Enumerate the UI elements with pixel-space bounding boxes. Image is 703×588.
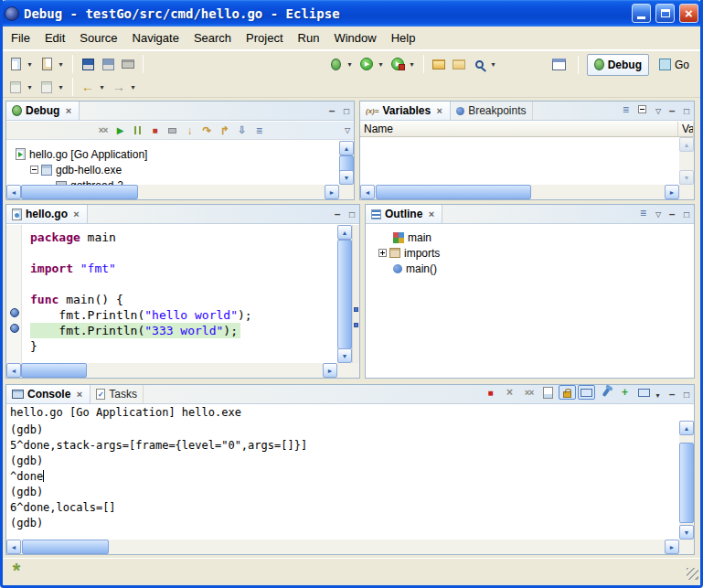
outline-tree[interactable]: main imports main() — [366, 225, 694, 378]
scroll-up-icon[interactable] — [339, 141, 354, 155]
menu-item-help[interactable]: Help — [384, 28, 423, 48]
scroll-right-icon[interactable] — [325, 185, 339, 199]
scroll-lock-icon[interactable] — [559, 385, 576, 400]
terminate-icon[interactable] — [146, 123, 164, 138]
outline-item-package[interactable]: main — [378, 230, 694, 245]
step-over-icon[interactable] — [198, 123, 216, 138]
open-console-icon[interactable] — [635, 385, 653, 400]
scrollbar-thumb[interactable] — [21, 185, 138, 199]
scroll-left-icon[interactable] — [360, 185, 375, 199]
open-perspective-button[interactable] — [551, 55, 568, 75]
close-window-button[interactable] — [679, 4, 698, 23]
code-editor[interactable]: package main import "fmt" func main() { … — [23, 225, 337, 363]
external-tools-dropdown-icon[interactable] — [408, 54, 416, 74]
console-output[interactable]: (gdb) 5^done,stack-args=[frame={level="0… — [6, 421, 679, 540]
new-wizard-button[interactable] — [7, 54, 24, 74]
vertical-scrollbar[interactable] — [339, 141, 354, 185]
scroll-right-icon[interactable] — [665, 185, 679, 199]
scrollbar-thumb[interactable] — [337, 240, 352, 349]
step-into-icon[interactable] — [181, 123, 198, 138]
editor-ruler[interactable] — [6, 225, 22, 363]
show-type-names-icon[interactable] — [617, 102, 634, 117]
scroll-up-icon[interactable] — [337, 225, 352, 240]
open-folder-button[interactable] — [451, 54, 467, 74]
menu-item-search[interactable]: Search — [186, 28, 239, 48]
breakpoint-marker-icon[interactable] — [354, 307, 358, 312]
horizontal-scrollbar[interactable] — [6, 363, 337, 378]
open-console-dropdown-icon[interactable] — [654, 385, 662, 405]
tab-hello-go[interactable]: hello.go — [6, 205, 88, 223]
debug-dropdown-icon[interactable] — [346, 54, 354, 74]
step-return-icon[interactable] — [216, 123, 233, 138]
pin-console-icon[interactable] — [597, 385, 614, 400]
vertical-scrollbar[interactable] — [337, 225, 352, 363]
show-stdout-icon[interactable] — [578, 385, 595, 400]
tab-debug[interactable]: Debug — [6, 102, 80, 120]
scroll-left-icon[interactable] — [6, 363, 21, 378]
minimize-view-icon[interactable] — [665, 102, 679, 120]
tab-tasks[interactable]: Tasks — [91, 385, 144, 403]
next-annotation-dropdown-icon[interactable] — [26, 77, 34, 97]
clear-console-icon[interactable] — [539, 385, 557, 400]
debug-button[interactable] — [327, 54, 344, 74]
menu-item-file[interactable]: File — [4, 28, 37, 48]
maximize-view-icon[interactable] — [679, 385, 694, 403]
vertical-scrollbar[interactable] — [679, 421, 694, 540]
close-tab-icon[interactable] — [426, 208, 436, 219]
variables-table[interactable]: Name Value — [360, 122, 694, 199]
horizontal-scrollbar[interactable] — [6, 540, 679, 554]
tab-console[interactable]: Console — [6, 385, 91, 403]
scroll-left-icon[interactable] — [6, 185, 21, 199]
menu-item-run[interactable]: Run — [291, 28, 327, 48]
next-annotation-button[interactable] — [7, 77, 24, 97]
scroll-left-icon[interactable] — [6, 540, 21, 554]
minimize-window-button[interactable] — [632, 4, 651, 23]
maximize-view-icon[interactable] — [345, 205, 359, 223]
remove-all-launches-icon[interactable] — [520, 385, 538, 400]
perspective-debug-button[interactable]: Debug — [587, 54, 649, 76]
scrollbar-thumb[interactable] — [679, 443, 694, 523]
scroll-right-icon[interactable] — [665, 540, 679, 554]
close-tab-icon[interactable] — [63, 105, 73, 116]
collapse-all-icon[interactable] — [634, 102, 652, 117]
suspend-icon[interactable] — [129, 123, 146, 138]
fast-view-bar-icon[interactable] — [7, 561, 26, 580]
maximize-window-button[interactable] — [655, 4, 675, 23]
scroll-up-icon[interactable] — [679, 421, 694, 435]
breakpoint-icon[interactable] — [10, 308, 19, 317]
previous-annotation-dropdown-icon[interactable] — [57, 77, 65, 97]
menu-item-source[interactable]: Source — [72, 28, 124, 48]
column-name[interactable]: Name — [360, 122, 678, 136]
menu-item-project[interactable]: Project — [239, 28, 290, 48]
forward-button[interactable] — [111, 77, 127, 97]
debug-tree-item-launch[interactable]: hello.go [Go Application] — [16, 146, 354, 162]
save-all-button[interactable] — [100, 54, 116, 74]
view-menu-icon[interactable] — [341, 126, 354, 134]
debug-tree[interactable]: hello.go [Go Application] gdb-hello.exe … — [6, 141, 354, 199]
open-resource-button[interactable] — [431, 54, 447, 74]
breakpoint-icon[interactable] — [10, 324, 19, 333]
scroll-down-icon[interactable] — [679, 170, 694, 185]
close-tab-icon[interactable] — [74, 389, 84, 400]
run-button[interactable] — [358, 54, 375, 74]
close-tab-icon[interactable] — [434, 105, 444, 116]
column-value[interactable]: Value — [678, 122, 694, 136]
maximize-view-icon[interactable] — [339, 102, 354, 120]
resume-icon[interactable] — [112, 123, 129, 138]
close-tab-icon[interactable] — [71, 208, 81, 219]
new-project-dropdown-icon[interactable] — [57, 54, 65, 74]
forward-dropdown-icon[interactable] — [129, 77, 137, 97]
run-dropdown-icon[interactable] — [377, 54, 385, 74]
perspective-go-button[interactable]: Go — [653, 54, 696, 76]
previous-annotation-button[interactable] — [38, 77, 55, 97]
sort-icon[interactable] — [634, 205, 652, 220]
horizontal-scrollbar[interactable] — [6, 185, 339, 199]
new-wizard-dropdown-icon[interactable] — [26, 54, 34, 74]
scroll-right-icon[interactable] — [323, 363, 337, 378]
tab-breakpoints[interactable]: Breakpoints — [451, 102, 532, 120]
overview-ruler[interactable] — [352, 225, 359, 363]
view-menu-icon[interactable] — [652, 102, 665, 120]
menu-item-edit[interactable]: Edit — [37, 28, 72, 48]
maximize-view-icon[interactable] — [679, 205, 694, 223]
tab-outline[interactable]: Outline — [366, 205, 442, 223]
